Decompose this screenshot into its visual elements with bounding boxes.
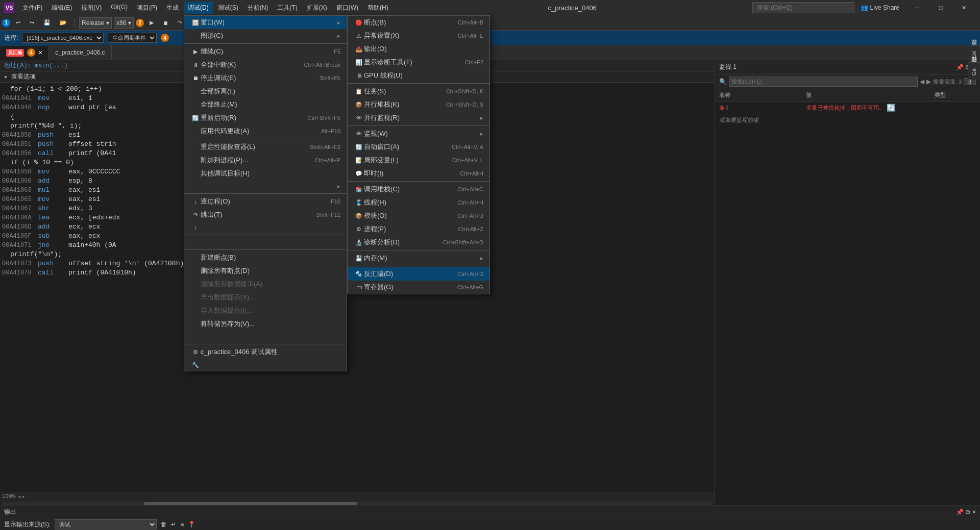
output-filter-icon[interactable]: ≡ [180,521,184,528]
menu-build[interactable]: 生成 [162,2,183,14]
maximize-button[interactable]: □ [929,0,952,15]
toolbar-debug-start[interactable]: ▶ [146,18,157,28]
forward-icon[interactable]: ▶ [926,78,931,85]
watch-search-input[interactable] [729,77,918,87]
output-close-icon[interactable]: × [972,509,976,516]
menu-item-continue[interactable]: ▶ 继续(C) F5 [184,45,347,58]
menu-git[interactable]: Git(G) [107,2,132,14]
debug-dropdown-menu[interactable]: 🪟 窗口(W) ▸ 图形(C) ▸ ▶ 继续(C) F5 ⏸ 全部中断(K) C… [184,15,347,371]
scrollbar-thumb[interactable] [144,502,357,505]
menu-extensions[interactable]: 扩展(X) [303,2,331,14]
menu-item-parallel-stack[interactable]: 📦 并行堆栈(K) Ctrl+Shift+D, S [348,98,489,111]
menu-item-export-data[interactable]: 导入数据提示(I)... [184,304,347,317]
output-pin2-icon[interactable]: 📍 [188,521,195,528]
configuration-dropdown[interactable]: Release ▾ [79,17,112,29]
menu-item-step-into[interactable]: ↓ 逐过程(O) F10 [184,195,347,208]
menu-edit[interactable]: 编辑(E) [47,2,76,14]
thread-dropdown[interactable]: 生命周期事件 [108,33,157,43]
menu-item-call-stack[interactable]: 📚 调用堆栈(C) Ctrl+Alt+C [348,183,489,196]
menu-item-diag[interactable]: 📊 显示诊断工具(T) Ctrl+F2 [348,56,489,69]
menu-item-threads[interactable]: 🧵 线程(H) Ctrl+Alt+H [348,196,489,209]
add-watch-hint[interactable]: 添加要监视的项 [715,114,980,126]
menu-item-delete-bp[interactable]: 清除所有数据提示(A) [184,277,347,291]
menu-item-modules[interactable]: 📦 模块(O) Ctrl+Alt+U [348,209,489,222]
menu-item-step-over[interactable]: ↷ 跳出(T) Shift+F11 [184,208,347,221]
horizontal-scrollbar[interactable] [0,501,715,506]
menu-item-bp[interactable]: 🔴 断点(B) Ctrl+Alt+B [348,16,489,29]
menu-item-window[interactable]: 🪟 窗口(W) ▸ [184,16,347,29]
minimize-button[interactable]: ─ [905,0,929,15]
menu-item-perf[interactable]: 重启性能探查器(L) Shift+Alt+F2 [184,140,347,154]
menu-item-break-all[interactable]: ⏸ 全部中断(K) Ctrl+Alt+Break [184,58,347,71]
watch-panel-header: 监视 1 📌 ⧉ × [715,60,980,74]
menu-analyze[interactable]: 分析(N) [243,2,273,14]
git-changes-tab[interactable]: Git 更改 [968,45,980,62]
menu-help[interactable]: 帮助(H) [363,2,393,14]
refresh-icon[interactable]: 🔄 [887,104,895,112]
tab-source[interactable]: c_practice_0406.c [49,45,111,60]
menu-window[interactable]: 窗口(W) [332,2,362,14]
menu-item-toggle-bp[interactable]: 新建断点(B) [184,251,347,264]
window-submenu[interactable]: 🔴 断点(B) Ctrl+Alt+B ⚠ 异常设置(X) Ctrl+Alt+E … [347,15,490,294]
menu-item-immediate[interactable]: 💬 即时(I) Ctrl+Alt+I [348,167,489,180]
toolbar-debug-stop[interactable]: ⏹ [159,18,172,28]
menu-item-registers[interactable]: 🗃 寄存器(G) Ctrl+Alt+G [348,281,489,294]
global-search-input[interactable] [752,2,854,13]
toolbar-open[interactable]: 📂 [56,18,70,28]
menu-item-gpu[interactable]: 🖥 GPU 线程(U) [348,69,489,82]
menu-item-output[interactable]: 📤 输出(O) [348,42,489,56]
zoom-increase[interactable]: ▸ [22,493,26,500]
zoom-decrease[interactable]: ◂ [17,493,21,500]
menu-item-auto[interactable]: 🔄 自动窗口(A) Ctrl+Alt+V, A [348,140,489,154]
menu-item-stop[interactable]: ⏹ 停止调试(E) Shift+F5 [184,71,347,85]
menu-item-clear-data[interactable]: 导出数据提示(X)... [184,291,347,304]
menu-item-step-out[interactable]: ↑ [184,221,347,234]
menu-item-processes[interactable]: ⚙ 进程(P) Ctrl+Alt+Z [348,222,489,236]
menu-tools[interactable]: 工具(T) [273,2,301,14]
menu-item-disasm[interactable]: 🔩 反汇编(D) Ctrl+Alt+D [348,267,489,281]
menu-debug[interactable]: 调试(D) [184,2,213,14]
menu-item-apply-changes[interactable]: 应用代码更改(A) Alt+F10 [184,124,347,138]
close-button[interactable]: ✕ [952,0,976,15]
menu-item-attach[interactable]: 其他调试目标(H) [184,167,347,180]
menu-item-save-dump[interactable] [184,331,347,343]
menu-item-restart[interactable]: 🔄 重新启动(R) Ctrl+Shift+F5 [184,111,347,124]
menu-project[interactable]: 项目(P) [133,2,161,14]
menu-item-proj-props[interactable]: 🔧 [184,359,347,371]
menu-item-parallel-watch[interactable]: 👁 并行监视(R) ▸ [348,111,489,124]
live-share-button[interactable]: 👥 Live Share [861,4,899,11]
menu-item-task[interactable]: 📋 任务(S) Ctrl+Shift+D, K [348,85,489,98]
menu-item-import-data[interactable]: 将转储另存为(V)... [184,317,347,331]
menu-item-graphics[interactable]: 图形(C) ▸ [184,29,347,42]
menu-item-memory[interactable]: 💾 内存(M) ▸ [348,251,489,265]
output-source-select[interactable]: 调试 [55,519,157,529]
menu-item-detach[interactable]: 全部拆离(L) [184,85,347,98]
toolbar-save[interactable]: 💾 [40,18,54,28]
output-pin-icon[interactable]: 📌 [956,509,964,516]
menu-item-options[interactable]: ⚙ c_practice_0406 调试属性 [184,345,347,359]
back-icon[interactable]: ◀ [920,78,924,85]
process-dropdown[interactable]: [316] c_practice_0406.exe [22,33,104,43]
git-repo-tab[interactable]: Git 存储库 [968,62,980,80]
toolbar-redo[interactable]: ↪ [26,18,38,28]
menu-item-quickwatch[interactable] [184,236,347,248]
tab-close-disasm[interactable]: × [38,49,42,56]
menu-test[interactable]: 测试(S) [214,2,242,14]
menu-item-locals[interactable]: 📝 局部变量(L) Ctrl+Alt+V, L [348,154,489,167]
platform-dropdown[interactable]: x86 ▾ [114,17,134,29]
tab-disasm[interactable]: 反汇编 4 × [0,45,49,60]
menu-item-other[interactable]: ▸ [184,180,347,192]
output-float-icon[interactable]: ⧉ [966,509,970,516]
menu-file[interactable]: 文件(F) [18,2,46,14]
menu-item-exception[interactable]: ⚠ 异常设置(X) Ctrl+Alt+E [348,29,489,42]
menu-item-terminate[interactable]: 全部终止(M) [184,98,347,111]
menu-item-diagnostic[interactable]: 🔬 诊断分析(D) Ctrl+Shift+Alt+D [348,236,489,249]
output-clear-icon[interactable]: 🗑 [161,521,167,528]
menu-item-new-bp[interactable]: 删除所有断点(D) [184,264,347,277]
watch-pin-icon[interactable]: 📌 [956,64,964,71]
output-wrap-icon[interactable]: ↵ [171,521,176,528]
menu-item-watch[interactable]: 👁 监视(W) ▸ [348,127,489,140]
toolbar-undo[interactable]: ↩ [12,18,24,28]
menu-item-reattach[interactable]: 附加到进程(P)... Ctrl+Alt+P [184,154,347,167]
menu-view[interactable]: 视图(V) [77,2,106,14]
